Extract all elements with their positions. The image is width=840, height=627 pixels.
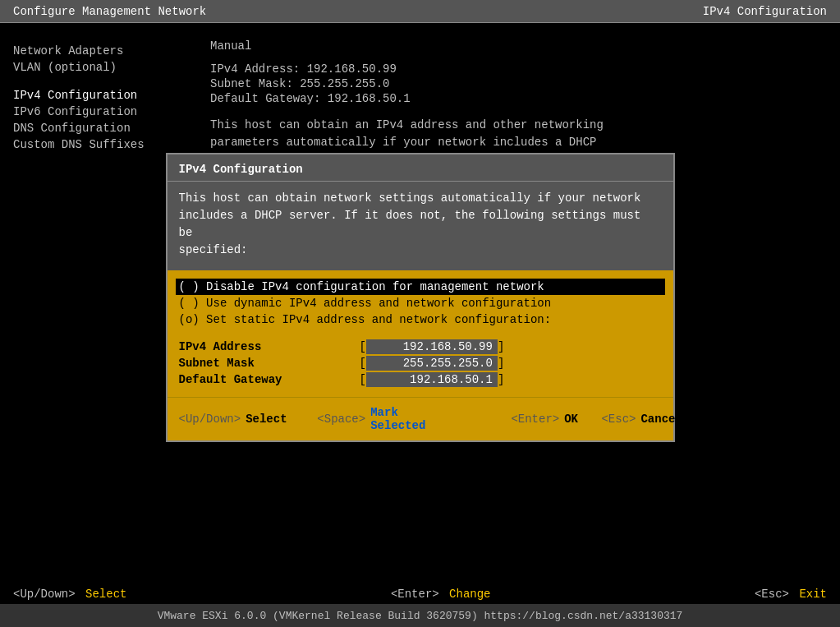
top-bar: Configure Management Network IPv4 Config… [0, 0, 840, 23]
sidebar-item-custom-dns[interactable]: Custom DNS Suffixes [13, 136, 194, 153]
dialog-fields: IPv4 Address [ 192.168.50.99 ] Subnet Ma… [168, 336, 673, 397]
field-gateway-value[interactable]: 192.168.50.1 [366, 372, 498, 387]
esc-key: <Esc> [601, 413, 636, 426]
bottom-updown-action: Select [85, 588, 126, 601]
bottom-esc-key: <Esc> [755, 588, 789, 601]
option-static-ipv4[interactable]: (o) Set static IPv4 address and network … [179, 311, 662, 328]
ipv4-address-line: IPv4 Address: 192.168.50.99 [210, 62, 827, 76]
bottom-left-hint: <Up/Down> Select [13, 588, 126, 601]
field-ipv4-value[interactable]: 192.168.50.99 [366, 339, 498, 354]
gateway-label: Default Gateway: [210, 92, 328, 105]
bottom-esc-action: Exit [799, 588, 827, 601]
gateway-line: Default Gateway: 192.168.50.1 [210, 92, 827, 105]
bottom-enter-key: <Enter> [391, 588, 439, 601]
sidebar-item-ipv6[interactable]: IPv6 Configuration [13, 104, 194, 120]
dialog-options: ( ) Disable IPv4 configuration for manag… [168, 270, 673, 336]
dialog-header: IPv4 Configuration [168, 154, 673, 182]
option-dynamic-ipv4[interactable]: ( ) Use dynamic IPv4 address and network… [179, 295, 662, 311]
footer-text: VMware ESXi 6.0.0 (VMKernel Release Buil… [158, 610, 683, 622]
header-right: IPv4 Configuration [703, 5, 827, 18]
option-disable-ipv4[interactable]: ( ) Disable IPv4 configuration for manag… [176, 279, 665, 295]
sidebar-item-network-adapters[interactable]: Network Adapters [13, 43, 194, 59]
space-key: <Space> [317, 413, 365, 426]
subnet-mask-line: Subnet Mask: 255.255.255.0 [210, 77, 827, 90]
sidebar-spacer [13, 76, 194, 87]
field-gateway: Default Gateway [ 192.168.50.1 ] [179, 372, 662, 387]
ipv4-address-label: IPv4 Address: [210, 62, 307, 76]
subnet-mask-value: 255.255.255.0 [300, 77, 389, 90]
bottom-center-hint: <Enter> Change [391, 588, 491, 601]
field-gateway-label: Default Gateway [179, 373, 360, 386]
field-ipv4-address: IPv4 Address [ 192.168.50.99 ] [179, 339, 662, 354]
updown-action: Select [246, 413, 287, 426]
space-action: Mark Selected [370, 406, 425, 432]
updown-key: <Up/Down> [179, 413, 241, 426]
footer-bar: VMware ESXi 6.0.0 (VMKernel Release Buil… [0, 604, 840, 627]
field-ipv4-label: IPv4 Address [179, 340, 360, 353]
field-subnet-mask: Subnet Mask [ 255.255.255.0 ] [179, 356, 662, 371]
header-left: Configure Management Network [13, 5, 206, 18]
bottom-right-hint: <Esc> Exit [755, 588, 827, 601]
dialog-description: This host can obtain network settings au… [168, 182, 673, 270]
field-subnet-value[interactable]: 255.255.255.0 [366, 356, 498, 371]
dialog-nav: <Up/Down> Select <Space> Mark Selected <… [168, 397, 673, 440]
sidebar-item-ipv4[interactable]: IPv4 Configuration [13, 87, 194, 104]
field-subnet-label: Subnet Mask [179, 357, 360, 370]
subnet-mask-label: Subnet Mask: [210, 77, 300, 90]
bottom-enter-action: Change [449, 588, 490, 601]
bottom-bar: <Up/Down> Select <Enter> Change <Esc> Ex… [0, 584, 840, 604]
sidebar-item-vlan[interactable]: VLAN (optional) [13, 59, 194, 76]
screen: Configure Management Network IPv4 Config… [0, 0, 840, 627]
enter-action: OK [564, 413, 578, 426]
bottom-updown-key: <Up/Down> [13, 588, 76, 601]
dialog-title: IPv4 Configuration [179, 163, 303, 176]
esc-action: Cancel [640, 413, 682, 426]
ipv4-dialog[interactable]: IPv4 Configuration This host can obtain … [166, 153, 675, 442]
sidebar-item-dns[interactable]: DNS Configuration [13, 120, 194, 136]
enter-key: <Enter> [511, 413, 559, 426]
gateway-value: 192.168.50.1 [328, 92, 411, 105]
ipv4-address-value: 192.168.50.99 [307, 62, 397, 76]
status-mode: Manual [210, 39, 827, 53]
